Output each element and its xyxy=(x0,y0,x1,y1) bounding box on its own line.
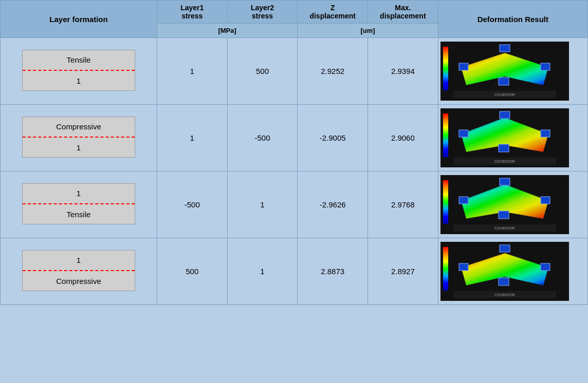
svg-rect-10 xyxy=(443,113,448,157)
svg-rect-33 xyxy=(459,263,468,271)
z-displacement-row4: 2.8873 xyxy=(298,238,368,305)
layer-diagram: Tensile 1 xyxy=(22,50,135,91)
max-displacement-row3: 2.9768 xyxy=(368,171,438,238)
layer2-stress-row4: 1 xyxy=(227,238,298,305)
layer-diagram: 1 Compressive xyxy=(22,250,135,291)
header-layer1-stress: Layer1stress xyxy=(157,1,227,24)
svg-rect-5 xyxy=(499,78,509,85)
layer-formation-row4: 1 Compressive xyxy=(1,238,157,305)
svg-rect-19 xyxy=(443,180,448,224)
svg-rect-24 xyxy=(459,197,468,204)
header-layer2-stress: Layer2stress xyxy=(227,1,298,24)
deformation-result-row2: COVENTOR xyxy=(438,105,587,171)
table-row: Compressive 1 1-500-2.90052.9060 xyxy=(1,105,588,171)
svg-rect-28 xyxy=(443,247,448,291)
dashed-divider xyxy=(23,203,135,204)
svg-text:COVENTOR: COVENTOR xyxy=(494,93,515,97)
svg-rect-13 xyxy=(541,130,550,137)
layer2-stress-row2: -500 xyxy=(227,105,298,171)
header-z-displacement: Zdisplacement xyxy=(298,1,368,24)
header-unit-um: [um] xyxy=(298,24,438,38)
layer1-stress-row1: 1 xyxy=(157,38,227,105)
z-displacement-row1: 2.9252 xyxy=(298,38,368,105)
svg-rect-4 xyxy=(541,63,550,70)
svg-rect-23 xyxy=(499,211,509,219)
layer1-stress-row2: 1 xyxy=(157,105,227,171)
svg-text:COVENTOR: COVENTOR xyxy=(494,293,515,297)
svg-rect-14 xyxy=(499,144,509,152)
layer-bottom-label: 1 xyxy=(23,76,135,85)
dashed-divider xyxy=(23,70,135,71)
svg-rect-31 xyxy=(541,263,550,271)
layer-top-label: 1 xyxy=(23,189,135,198)
layer1-stress-row4: 500 xyxy=(157,238,227,305)
svg-rect-15 xyxy=(459,130,468,137)
max-displacement-row1: 2.9394 xyxy=(368,38,438,105)
deformation-result-row3: COVENTOR xyxy=(438,171,587,238)
layer-bottom-label: Tensile xyxy=(23,210,135,219)
header-unit-mpa: [MPa] xyxy=(157,24,297,38)
layer-formation-row1: Tensile 1 xyxy=(1,38,157,105)
dashed-divider xyxy=(23,137,135,138)
z-displacement-row2: -2.9005 xyxy=(298,105,368,171)
layer-bottom-label: Compressive xyxy=(23,277,135,285)
svg-rect-12 xyxy=(500,111,510,119)
layer-formation-row2: Compressive 1 xyxy=(1,105,157,171)
layer-diagram: 1 Tensile xyxy=(22,183,135,224)
layer-formation-row3: 1 Tensile xyxy=(1,171,157,238)
max-displacement-row4: 2.8927 xyxy=(368,238,438,305)
svg-rect-21 xyxy=(500,178,510,185)
max-displacement-row2: 2.9060 xyxy=(368,105,438,171)
header-deformation-result: Deformation Result xyxy=(438,1,587,38)
layer1-stress-row3: -500 xyxy=(157,171,227,238)
table-row: 1 Tensile -5001-2.96262.9768 xyxy=(1,171,588,238)
layer-bottom-label: 1 xyxy=(23,143,135,152)
svg-rect-6 xyxy=(459,63,468,70)
z-displacement-row3: -2.9626 xyxy=(298,171,368,238)
deformation-result-row1: COVENTOR xyxy=(438,38,587,105)
layer2-stress-row1: 500 xyxy=(227,38,298,105)
deformation-result-row4: COVENTOR xyxy=(438,238,587,305)
svg-text:COVENTOR: COVENTOR xyxy=(494,226,515,230)
header-max-displacement: Max.displacement xyxy=(368,1,438,24)
table-row: Tensile 1 15002.92522.9394 xyxy=(1,38,588,105)
layer2-stress-row3: 1 xyxy=(227,171,298,238)
table-row: 1 Compressive 50012.88732.8927 xyxy=(1,238,588,305)
svg-text:COVENTOR: COVENTOR xyxy=(494,160,515,163)
dashed-divider xyxy=(23,270,135,271)
svg-rect-30 xyxy=(500,245,510,252)
svg-rect-1 xyxy=(443,47,448,90)
svg-rect-32 xyxy=(499,278,509,285)
layer-top-label: 1 xyxy=(23,256,135,264)
layer-top-label: Tensile xyxy=(23,55,135,64)
header-layer-formation: Layer formation xyxy=(1,1,157,38)
svg-rect-22 xyxy=(541,197,550,204)
layer-top-label: Compressive xyxy=(23,122,135,131)
layer-diagram: Compressive 1 xyxy=(22,117,135,158)
svg-rect-3 xyxy=(500,45,510,52)
